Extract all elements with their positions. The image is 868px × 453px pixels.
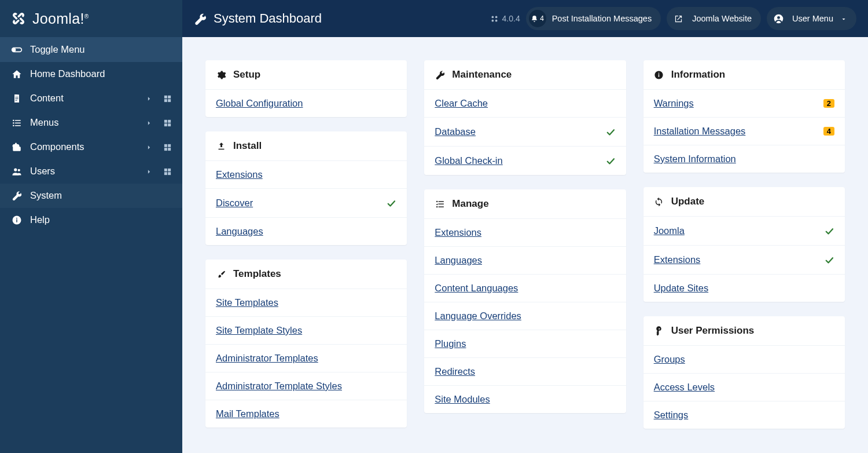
link-installation-messages[interactable]: Installation Messages bbox=[654, 126, 746, 137]
card-title: Install bbox=[233, 140, 262, 152]
dashboard-grid-icon[interactable] bbox=[163, 166, 172, 176]
post-installation-messages-button[interactable]: 4 Post Installation Messages bbox=[526, 7, 661, 30]
link-content-languages[interactable]: Content Languages bbox=[435, 283, 518, 294]
link-global-configuration[interactable]: Global Configuration bbox=[216, 98, 303, 109]
card-title: Setup bbox=[233, 69, 260, 81]
svg-rect-16 bbox=[164, 120, 167, 123]
link-redirects[interactable]: Redirects bbox=[435, 366, 475, 377]
sidebar-nav: Toggle MenuHome DashboardContentMenusCom… bbox=[0, 37, 182, 232]
check-icon bbox=[605, 155, 616, 167]
svg-rect-27 bbox=[168, 169, 171, 171]
link-clear-cache[interactable]: Clear Cache bbox=[435, 98, 488, 109]
link-languages[interactable]: Languages bbox=[216, 226, 263, 237]
sidebar-item-components[interactable]: Components bbox=[0, 135, 182, 159]
sidebar-item-system[interactable]: System bbox=[0, 184, 182, 208]
card-item: Site Modules bbox=[424, 385, 626, 413]
link-database[interactable]: Database bbox=[435, 126, 476, 137]
chevron-right-icon bbox=[145, 143, 153, 152]
svg-rect-13 bbox=[15, 123, 21, 124]
version-indicator: 4.0.4 bbox=[490, 14, 520, 24]
dashboard-grid-icon[interactable] bbox=[163, 118, 172, 127]
link-discover[interactable]: Discover bbox=[216, 198, 253, 209]
sidebar-item-label: Users bbox=[30, 166, 145, 177]
dashboard-grid-icon[interactable] bbox=[163, 93, 172, 103]
joomla-logo-icon bbox=[10, 10, 27, 27]
card-item: Extensions bbox=[205, 160, 407, 188]
svg-rect-6 bbox=[164, 96, 167, 98]
card-item: Warnings2 bbox=[643, 89, 845, 117]
card-item: Redirects bbox=[424, 357, 626, 385]
card-header: Maintenance bbox=[424, 60, 626, 89]
card-information: InformationWarnings2Installation Message… bbox=[643, 60, 845, 173]
card-title: Templates bbox=[233, 268, 281, 280]
card-item: Global Check-in bbox=[424, 146, 626, 175]
svg-rect-17 bbox=[168, 120, 171, 123]
link-site-templates[interactable]: Site Templates bbox=[216, 297, 278, 308]
svg-point-25 bbox=[18, 169, 20, 171]
key-icon bbox=[654, 326, 664, 336]
card-item: Joomla bbox=[643, 216, 845, 245]
svg-point-32 bbox=[16, 218, 17, 219]
link-site-modules[interactable]: Site Modules bbox=[435, 394, 490, 405]
card-item: Installation Messages4 bbox=[643, 117, 845, 145]
link-settings[interactable]: Settings bbox=[654, 410, 689, 421]
card-update: UpdateJoomlaExtensionsUpdate Sites bbox=[643, 187, 845, 302]
sidebar-item-home-dashboard[interactable]: Home Dashboard bbox=[0, 62, 182, 86]
sidebar-item-content[interactable]: Content bbox=[0, 86, 182, 111]
link-extensions[interactable]: Extensions bbox=[654, 254, 701, 265]
svg-point-33 bbox=[491, 16, 494, 19]
puzzle-icon bbox=[10, 141, 23, 153]
bell-icon: 4 bbox=[529, 10, 546, 27]
card-title: Information bbox=[671, 69, 726, 81]
link-warnings[interactable]: Warnings bbox=[654, 98, 694, 109]
link-access-levels[interactable]: Access Levels bbox=[654, 382, 715, 393]
link-mail-templates[interactable]: Mail Templates bbox=[216, 408, 279, 419]
link-extensions[interactable]: Extensions bbox=[435, 227, 481, 238]
sidebar-item-label: Home Dashboard bbox=[30, 68, 172, 79]
svg-point-34 bbox=[495, 16, 497, 19]
link-joomla[interactable]: Joomla bbox=[654, 225, 685, 236]
link-language-overrides[interactable]: Language Overrides bbox=[435, 310, 521, 322]
link-administrator-template-styles[interactable]: Administrator Template Styles bbox=[216, 381, 342, 392]
check-icon bbox=[824, 254, 834, 266]
brand[interactable]: Joomla!® bbox=[0, 0, 182, 37]
sidebar-item-help[interactable]: Help bbox=[0, 208, 182, 232]
info-icon bbox=[10, 214, 23, 226]
count-badge: 2 bbox=[823, 99, 834, 108]
link-extensions[interactable]: Extensions bbox=[216, 169, 263, 180]
link-system-information[interactable]: System Information bbox=[654, 154, 736, 165]
card-header: Manage bbox=[424, 189, 626, 218]
svg-rect-28 bbox=[164, 172, 167, 175]
cog-icon bbox=[216, 70, 226, 80]
link-site-template-styles[interactable]: Site Template Styles bbox=[216, 325, 302, 336]
link-global-check-in[interactable]: Global Check-in bbox=[435, 155, 502, 166]
chevron-right-icon bbox=[145, 118, 153, 127]
upload-icon bbox=[216, 141, 226, 151]
dashboard-grid-icon[interactable] bbox=[163, 142, 172, 152]
card-header: Setup bbox=[205, 60, 407, 89]
chevron-right-icon bbox=[145, 167, 153, 176]
svg-rect-12 bbox=[13, 122, 14, 123]
card-item: System Information bbox=[643, 145, 845, 173]
svg-rect-20 bbox=[164, 144, 167, 147]
check-icon bbox=[605, 126, 616, 138]
link-plugins[interactable]: Plugins bbox=[435, 338, 466, 349]
joomla-website-button[interactable]: Joomla Website bbox=[667, 7, 761, 30]
sidebar-item-users[interactable]: Users bbox=[0, 159, 182, 184]
card-title: User Permissions bbox=[671, 325, 755, 337]
link-update-sites[interactable]: Update Sites bbox=[654, 283, 708, 294]
sidebar-item-menus[interactable]: Menus bbox=[0, 111, 182, 135]
card-maintenance: MaintenanceClear CacheDatabaseGlobal Che… bbox=[424, 60, 626, 175]
svg-rect-8 bbox=[164, 99, 167, 102]
card-title: Manage bbox=[452, 198, 488, 210]
svg-rect-29 bbox=[168, 172, 171, 175]
sidebar-item-label: Help bbox=[30, 214, 172, 225]
user-menu-button[interactable]: User Menu bbox=[767, 7, 856, 30]
link-languages[interactable]: Languages bbox=[435, 255, 482, 266]
sidebar-item-toggle-menu[interactable]: Toggle Menu bbox=[0, 37, 182, 62]
wrench-icon bbox=[194, 12, 207, 25]
link-administrator-templates[interactable]: Administrator Templates bbox=[216, 353, 318, 364]
link-groups[interactable]: Groups bbox=[654, 354, 685, 365]
top-header: System Dashboard 4.0.4 4 Post Installati… bbox=[182, 0, 868, 37]
wrench-icon bbox=[435, 70, 445, 80]
